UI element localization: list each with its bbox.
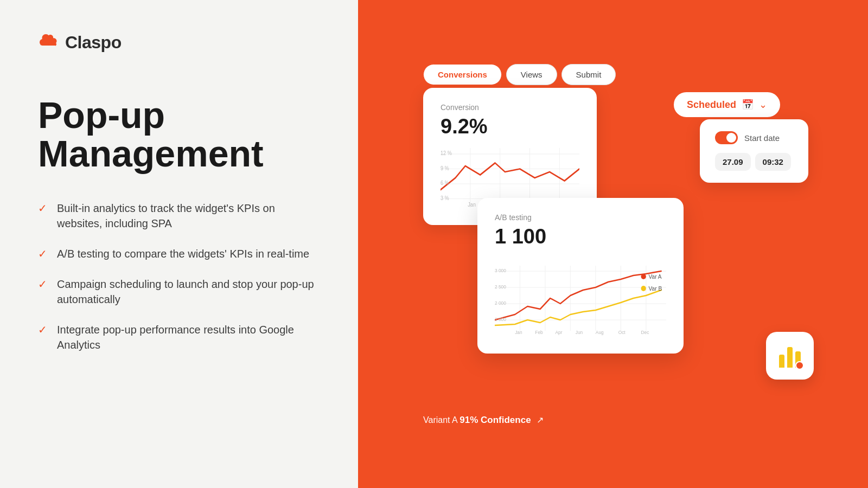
start-date-label: Start date — [744, 133, 780, 143]
features-list: ✓ Built-in analytics to track the widget… — [38, 201, 320, 352]
tab-conversions[interactable]: Conversions — [423, 64, 502, 85]
check-icon-3: ✓ — [38, 278, 47, 291]
tab-views[interactable]: Views — [506, 64, 557, 85]
date-chip[interactable]: 27.09 — [715, 153, 751, 171]
calendar-icon: 📅 — [742, 99, 754, 111]
start-date-toggle[interactable] — [715, 131, 738, 144]
feature-item-2: ✓ A/B testing to compare the widgets' KP… — [38, 246, 320, 261]
trend-icon: ↗ — [537, 415, 544, 425]
start-date-row: Start date — [715, 131, 793, 144]
svg-text:Jun: Jun — [576, 330, 583, 335]
svg-text:2 500: 2 500 — [495, 284, 506, 290]
svg-text:Jan: Jan — [468, 201, 476, 208]
svg-text:Var A: Var A — [648, 273, 662, 280]
left-panel: Claspo Pop-up Management ✓ Built-in anal… — [0, 0, 358, 488]
start-date-card: Start date 27.09 09:32 — [700, 119, 808, 183]
check-icon-4: ✓ — [38, 323, 47, 336]
svg-text:Jan: Jan — [515, 330, 522, 335]
logo-icon — [38, 34, 60, 52]
conversion-card-value: 9.2% — [441, 115, 579, 138]
ab-testing-card: A/B testing 1 100 3 000 — [477, 198, 684, 354]
tab-submit[interactable]: Submit — [561, 64, 616, 85]
svg-text:Var B: Var B — [648, 285, 662, 292]
logo: Claspo — [38, 33, 320, 53]
svg-text:3 %: 3 % — [441, 195, 449, 201]
date-time-row: 27.09 09:32 — [715, 153, 793, 171]
chevron-down-icon: ⌄ — [759, 99, 767, 111]
svg-text:Feb: Feb — [535, 330, 543, 335]
svg-text:Oct: Oct — [618, 330, 626, 335]
svg-point-35 — [641, 274, 646, 279]
svg-text:6 %: 6 % — [441, 179, 449, 186]
svg-text:Aug: Aug — [596, 330, 604, 335]
svg-text:12 %: 12 % — [441, 150, 452, 156]
time-chip[interactable]: 09:32 — [755, 153, 791, 171]
ab-chart: 3 000 2 500 2 000 1 000 Jan Feb Apr Jun … — [495, 266, 666, 336]
svg-text:1 000: 1 000 — [495, 317, 506, 322]
feature-item-1: ✓ Built-in analytics to track the widget… — [38, 201, 320, 231]
bar2 — [787, 347, 793, 368]
conversion-card-title: Conversion — [441, 103, 579, 112]
logo-text: Claspo — [65, 33, 122, 53]
tabs-row: Conversions Views Submit — [423, 64, 616, 85]
stat-bold: 91% Confidence — [459, 415, 531, 425]
scheduled-label: Scheduled — [687, 99, 736, 111]
analytics-icon-card — [766, 332, 814, 380]
svg-text:9 %: 9 % — [441, 165, 449, 171]
svg-text:3 000: 3 000 — [495, 268, 506, 273]
check-icon-1: ✓ — [38, 202, 47, 215]
svg-text:Dec: Dec — [641, 330, 649, 335]
ab-card-title: A/B testing — [495, 213, 666, 222]
feature-item-3: ✓ Campaign scheduling to launch and stop… — [38, 277, 320, 307]
bar1 — [779, 355, 784, 368]
feature-item-4: ✓ Integrate pop-up performance results i… — [38, 322, 320, 352]
right-panel: Conversions Views Submit Scheduled 📅 ⌄ S… — [358, 0, 868, 488]
svg-point-37 — [641, 286, 646, 291]
record-dot — [795, 361, 804, 370]
bottom-stats: Variant A 91% Confidence ↗ — [423, 415, 544, 426]
svg-text:Apr: Apr — [556, 330, 563, 335]
check-icon-2: ✓ — [38, 247, 47, 260]
scheduled-dropdown[interactable]: Scheduled 📅 ⌄ — [673, 91, 781, 118]
ab-card-value: 1 100 — [495, 225, 666, 248]
main-heading: Pop-up Management — [38, 96, 320, 174]
stat-prefix: Variant A — [423, 415, 457, 425]
svg-text:2 000: 2 000 — [495, 300, 506, 306]
